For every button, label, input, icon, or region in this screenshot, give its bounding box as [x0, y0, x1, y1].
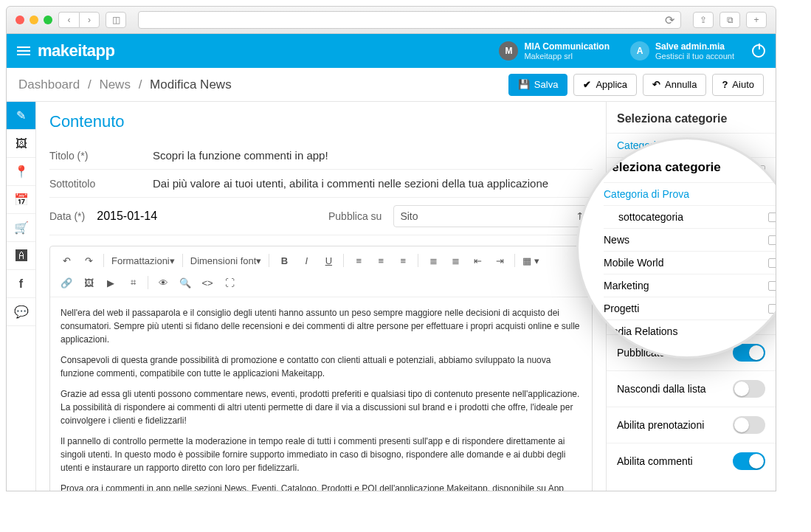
align-right-tool[interactable]: ≡	[393, 251, 413, 270]
title-field[interactable]: Scopri la funzione commenti in app!	[153, 149, 593, 162]
back-button[interactable]: ‹	[58, 12, 79, 28]
category-item[interactable]: News	[604, 228, 776, 251]
user-account[interactable]: A Salve admin.mia Gestisci il tuo accoun…	[620, 41, 745, 61]
indent-tool[interactable]: ⇥	[489, 251, 510, 270]
category-checkbox[interactable]	[768, 213, 776, 222]
help-button[interactable]: ?Aiuto	[712, 74, 764, 96]
align-center-tool[interactable]: ≡	[370, 251, 391, 270]
link-tool[interactable]: 🔗	[56, 273, 77, 292]
new-tab-icon[interactable]: +	[746, 12, 767, 28]
sidebar-location[interactable]: 📍	[7, 158, 35, 186]
reload-icon[interactable]: ⟳	[665, 13, 674, 27]
breadcrumb: Dashboard / News / Modifica News	[18, 77, 232, 92]
find-tool[interactable]: 🔍	[175, 273, 196, 292]
sidebar-calendar[interactable]: 📅	[7, 186, 35, 214]
subtitle-field[interactable]: Dai più valore ai tuoi utenti, abilita i…	[153, 177, 593, 190]
category-checkbox[interactable]	[768, 258, 776, 268]
menu-icon[interactable]	[17, 46, 30, 55]
table-tool[interactable]: ▦ ▾	[520, 251, 542, 270]
toggle-switch[interactable]	[733, 344, 765, 362]
user-avatar: A	[630, 41, 649, 61]
save-icon: 💾	[518, 79, 530, 90]
date-field[interactable]: 2015-01-14	[97, 210, 157, 223]
sidebar-comments[interactable]: 💬	[7, 298, 35, 326]
category-checkbox[interactable]	[768, 235, 776, 245]
check-icon: ✔	[583, 79, 591, 90]
redo-tool[interactable]: ↷	[78, 251, 99, 270]
url-bar[interactable]: ⟳	[138, 11, 681, 29]
fullscreen-tool[interactable]: ⛶	[219, 273, 240, 292]
subtitle-label: Sottotitolo	[49, 178, 153, 190]
toggle-switch[interactable]	[733, 452, 765, 470]
publish-option-row: Nascondi dalla lista	[607, 370, 776, 407]
publish-option-row: Abilita commenti	[607, 443, 776, 479]
minimize-window-icon[interactable]	[30, 15, 38, 24]
fontsize-dropdown[interactable]: Dimensioni font ▾	[187, 251, 265, 270]
forward-button[interactable]: ›	[79, 12, 100, 28]
share-icon[interactable]: ⇪	[693, 12, 714, 28]
browser-chrome: ‹ › ◫ ⟳ ⇪ ⧉ +	[6, 6, 776, 34]
sidebar-facebook[interactable]: f	[7, 270, 35, 298]
crumb-news[interactable]: News	[99, 77, 131, 91]
sidebar-image[interactable]: 🖼	[7, 130, 35, 158]
crumb-dashboard[interactable]: Dashboard	[18, 77, 80, 91]
category-checkbox[interactable]	[768, 281, 776, 291]
save-button[interactable]: 💾Salva	[508, 74, 568, 96]
sidebar-translate[interactable]: 🅰	[7, 242, 35, 270]
toggle-switch[interactable]	[733, 380, 765, 398]
rich-text-editor: ↶ ↷ Formattazioni ▾ Dimensioni font ▾ B …	[49, 246, 593, 491]
category-checkbox[interactable]	[768, 304, 776, 314]
category-item[interactable]: Marketing	[604, 274, 776, 297]
apply-button[interactable]: ✔Applica	[573, 74, 637, 96]
category-item[interactable]: Progetti	[604, 297, 776, 319]
video-tool[interactable]: ▶	[100, 273, 121, 292]
sidebar: ✎ 🖼 📍 📅 🛒 🅰 f 💬	[7, 102, 36, 491]
publish-label: Pubblica su	[328, 210, 382, 222]
title-label: Titolo (*)	[49, 150, 153, 162]
date-label: Data (*)	[49, 210, 85, 222]
tabs-icon[interactable]: ⧉	[719, 12, 740, 28]
list-ol-tool[interactable]: ≣	[445, 251, 466, 270]
undo-button[interactable]: ↶Annulla	[643, 74, 706, 96]
image-tool[interactable]: 🖼	[78, 273, 99, 292]
format-dropdown[interactable]: Formattazioni ▾	[108, 251, 178, 270]
grid-tool[interactable]: ⌗	[122, 273, 143, 292]
italic-tool[interactable]: I	[296, 251, 317, 270]
app-topbar: makeitapp M MIA Communication Makeitapp …	[7, 34, 776, 68]
category-item[interactable]: sottocategoria	[604, 205, 776, 228]
publish-select[interactable]: Sito ⇅	[393, 205, 593, 227]
sidebar-edit[interactable]: ✎	[7, 102, 35, 130]
sidebar-cart[interactable]: 🛒	[7, 214, 35, 242]
close-window-icon[interactable]	[15, 15, 24, 24]
publish-option-row: Abilita prenotazioni	[607, 407, 776, 443]
list-ul-tool[interactable]: ≣	[423, 251, 444, 270]
org-avatar: M	[499, 41, 518, 61]
bold-tool[interactable]: B	[274, 251, 294, 270]
toggle-switch[interactable]	[733, 416, 765, 434]
crumb-current: Modifica News	[150, 77, 232, 91]
sidebar-toggle-icon[interactable]: ◫	[106, 12, 126, 28]
underline-tool[interactable]: U	[318, 251, 339, 270]
categories-title: Seleziona categorie	[607, 102, 776, 133]
editor-body[interactable]: Nell'era del web il passaparola e il con…	[50, 297, 592, 491]
align-left-tool[interactable]: ≡	[348, 251, 369, 270]
category-item[interactable]: Categoria di Prova	[604, 182, 776, 205]
maximize-window-icon[interactable]	[44, 15, 52, 24]
undo-icon: ↶	[652, 79, 660, 90]
category-item[interactable]: Mobile World	[604, 251, 776, 274]
org-account[interactable]: M MIA Communication Makeitapp srl	[489, 41, 620, 61]
code-tool[interactable]: <>	[197, 273, 218, 292]
outdent-tool[interactable]: ⇤	[467, 251, 488, 270]
section-title: Contenuto	[49, 112, 593, 131]
app-logo: makeitapp	[38, 41, 114, 61]
help-icon: ?	[722, 79, 728, 90]
preview-tool[interactable]: 👁	[153, 273, 173, 292]
undo-tool[interactable]: ↶	[56, 251, 77, 270]
logout-icon[interactable]	[752, 44, 765, 58]
